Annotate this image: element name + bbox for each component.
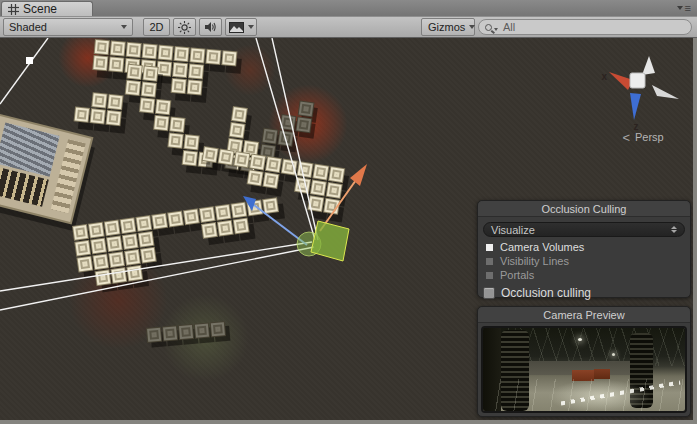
effects-dropdown-button[interactable] bbox=[225, 18, 257, 36]
window-edge bbox=[0, 420, 697, 424]
axis-gizmo-z-cone bbox=[630, 93, 641, 120]
frustum-line bbox=[256, 38, 315, 240]
2d-toggle-button[interactable]: 2D bbox=[143, 18, 170, 36]
frustum-line bbox=[272, 38, 318, 240]
frustum-line bbox=[0, 38, 48, 104]
camera-preview-panel: Camera Preview bbox=[477, 306, 691, 417]
checkbox-icon bbox=[486, 244, 493, 251]
occlusion-culling-panel: Occlusion Culling Visualize Camera Volum… bbox=[477, 200, 691, 298]
checkbox-icon bbox=[483, 287, 495, 299]
frustum-line bbox=[0, 247, 314, 310]
tab-bar: Scene ≡ bbox=[0, 0, 697, 16]
axis-x-label: x bbox=[601, 71, 607, 82]
shading-mode-label: Shaded bbox=[9, 21, 47, 33]
toggle-label: Occlusion culling bbox=[501, 286, 591, 300]
2d-label: 2D bbox=[149, 21, 163, 33]
camera-preview-title: Camera Preview bbox=[478, 307, 690, 323]
grid-icon bbox=[8, 4, 19, 15]
check-label: Visibility Lines bbox=[500, 255, 569, 267]
occlusion-panel-title: Occlusion Culling bbox=[478, 201, 690, 217]
window-edge bbox=[693, 38, 697, 424]
shading-mode-dropdown[interactable]: Shaded bbox=[3, 18, 133, 36]
visualize-mode-dropdown[interactable]: Visualize bbox=[483, 222, 685, 237]
chevron-down-icon bbox=[121, 25, 127, 29]
x-axis-arrow-cone bbox=[350, 164, 367, 186]
check-label: Portals bbox=[500, 269, 534, 281]
chevron-down-icon bbox=[469, 25, 475, 29]
updown-arrows-icon bbox=[671, 226, 677, 233]
tab-scene[interactable]: Scene bbox=[1, 1, 93, 16]
persp-arrow: < bbox=[622, 130, 630, 145]
window-menu-icon[interactable]: ≡ bbox=[677, 3, 691, 13]
axis-gizmo-cube bbox=[630, 73, 645, 88]
gizmos-dropdown[interactable]: Gizmos bbox=[421, 18, 475, 36]
axis-gizmo-side-cone bbox=[652, 85, 679, 99]
frustum-vertex-node bbox=[26, 57, 33, 64]
tab-scene-label: Scene bbox=[23, 2, 57, 16]
ceiling-lamp bbox=[578, 338, 582, 341]
checkbox-icon bbox=[486, 272, 493, 279]
chevron-down-icon bbox=[248, 25, 254, 29]
sun-icon bbox=[178, 21, 191, 34]
chevron-down-icon bbox=[677, 6, 683, 10]
check-visibility-lines[interactable]: Visibility Lines bbox=[478, 254, 690, 268]
scene-toolbar: Shaded 2D Gizmos bbox=[0, 16, 697, 38]
check-camera-volumes[interactable]: Camera Volumes bbox=[478, 240, 690, 254]
checkbox-icon bbox=[486, 258, 493, 265]
gizmos-label: Gizmos bbox=[428, 21, 465, 33]
persp-label: Persp bbox=[635, 131, 664, 143]
xz-plane-handle bbox=[311, 221, 349, 261]
visualize-mode-value: Visualize bbox=[491, 224, 535, 236]
occlusion-culling-toggle[interactable]: Occlusion culling bbox=[478, 282, 690, 300]
check-portals[interactable]: Portals bbox=[478, 268, 690, 282]
axis-gizmo-y-cone bbox=[642, 56, 655, 75]
z-axis-arrow-cone bbox=[243, 196, 256, 211]
hamburger-icon: ≡ bbox=[685, 3, 691, 13]
frustum-line bbox=[0, 242, 312, 291]
axis-gizmo-x-cone bbox=[609, 72, 633, 90]
search-filter-chevron-icon bbox=[494, 28, 498, 31]
search-value: All bbox=[503, 21, 515, 33]
check-label: Camera Volumes bbox=[500, 241, 584, 253]
lighting-toggle-button[interactable] bbox=[173, 18, 196, 36]
speaker-icon bbox=[204, 21, 217, 33]
magnifier-icon bbox=[485, 24, 492, 31]
camera-preview-image bbox=[481, 326, 687, 413]
image-icon bbox=[229, 22, 244, 33]
search-input[interactable]: All bbox=[478, 19, 692, 35]
audio-toggle-button[interactable] bbox=[199, 18, 222, 36]
